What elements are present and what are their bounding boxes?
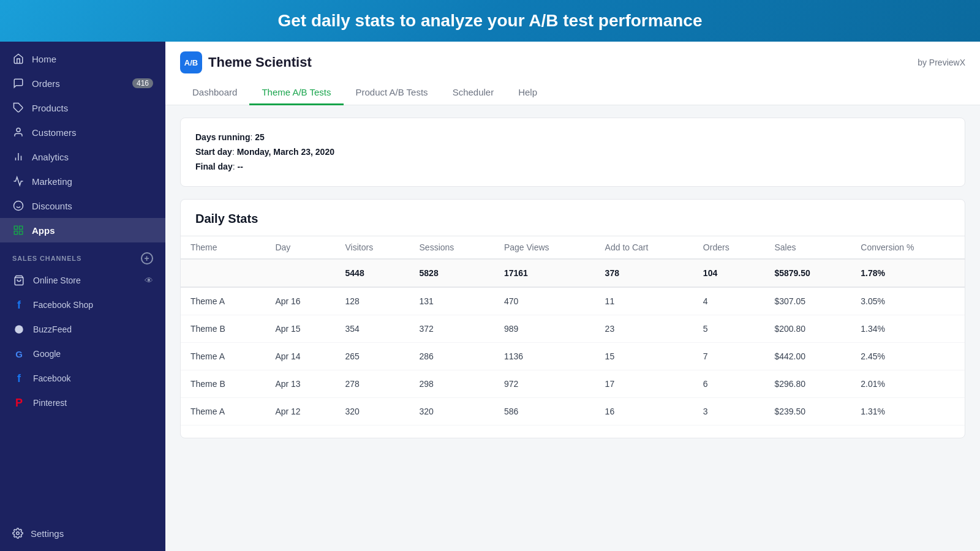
- channel-label-pinterest: Pinterest: [33, 398, 67, 408]
- sidebar-channel-facebook-shop[interactable]: f Facebook Shop: [0, 293, 165, 317]
- table-row: Theme B Apr 15 354 372 989 23 5 $200.80 …: [181, 315, 965, 343]
- days-running: Days running: 25: [195, 130, 950, 145]
- buzzfeed-icon: [12, 323, 26, 336]
- svg-rect-9: [20, 226, 23, 229]
- col-day: Day: [265, 236, 335, 260]
- tab-scheduler[interactable]: Scheduler: [440, 81, 507, 105]
- sidebar-item-apps[interactable]: Apps: [0, 218, 165, 242]
- marketing-icon: [12, 175, 24, 187]
- svg-point-1: [17, 128, 20, 132]
- app-title: Theme Scientist: [208, 54, 312, 70]
- analytics-icon: [12, 151, 24, 163]
- discounts-icon: [12, 200, 24, 212]
- eye-icon[interactable]: 👁: [145, 276, 153, 285]
- tab-dashboard[interactable]: Dashboard: [180, 81, 249, 105]
- totals-row: 5448 5828 17161 378 104 $5879.50 1.78%: [181, 259, 965, 287]
- add-channel-button[interactable]: +: [141, 252, 153, 264]
- google-icon: G: [12, 347, 26, 361]
- app-logo: A/B: [180, 51, 202, 73]
- products-icon: [12, 102, 24, 114]
- sidebar-label-discounts: Discounts: [32, 201, 72, 211]
- facebook-icon: f: [12, 372, 26, 385]
- sidebar-label-marketing: Marketing: [32, 176, 72, 187]
- content-area: A/B Theme Scientist by PreviewX Dashboar…: [165, 42, 980, 551]
- sidebar-label-customers: Customers: [32, 127, 77, 138]
- test-info-card: Days running: 25 Start day: Monday, Marc…: [180, 118, 965, 187]
- col-sessions: Sessions: [410, 236, 494, 260]
- stats-table: Theme Day Visitors Sessions Page Views A…: [181, 236, 965, 425]
- sidebar-channel-pinterest[interactable]: P Pinterest: [0, 391, 165, 415]
- sidebar-label-products: Products: [32, 103, 68, 113]
- total-sales: $5879.50: [764, 259, 851, 287]
- final-day: Final day: --: [195, 160, 950, 174]
- app-header-top: A/B Theme Scientist by PreviewX: [180, 51, 965, 73]
- channel-label-facebook-shop: Facebook Shop: [33, 300, 93, 310]
- sidebar-item-discounts[interactable]: Discounts: [0, 193, 165, 218]
- channel-label-online-store: Online Store: [33, 276, 81, 285]
- sidebar-label-home: Home: [32, 54, 56, 64]
- sidebar-item-marketing[interactable]: Marketing: [0, 169, 165, 193]
- table-row: Theme A Apr 14 265 286 1136 15 7 $442.00…: [181, 343, 965, 370]
- pinterest-icon: P: [12, 396, 26, 410]
- daily-stats-title: Daily Stats: [181, 212, 965, 236]
- col-sales: Sales: [764, 236, 851, 260]
- tab-product-ab[interactable]: Product A/B Tests: [344, 81, 440, 105]
- sidebar-channel-google[interactable]: G Google: [0, 342, 165, 366]
- svg-rect-8: [14, 226, 17, 229]
- channel-label-buzzfeed: BuzzFeed: [33, 324, 72, 334]
- sidebar-item-products[interactable]: Products: [0, 96, 165, 120]
- sidebar-channel-facebook[interactable]: f Facebook: [0, 366, 165, 391]
- sidebar-item-customers[interactable]: Customers: [0, 120, 165, 144]
- online-store-icon: [12, 274, 26, 287]
- total-add-to-cart: 378: [595, 259, 693, 287]
- home-icon: [12, 53, 24, 65]
- col-add-to-cart: Add to Cart: [595, 236, 693, 260]
- sales-channels-label: SALES CHANNELS +: [0, 242, 165, 268]
- col-conversion: Conversion %: [851, 236, 965, 260]
- settings-item[interactable]: Settings: [0, 520, 165, 546]
- channel-label-facebook: Facebook: [33, 373, 70, 383]
- sidebar-channel-online-store[interactable]: Online Store 👁: [0, 268, 165, 293]
- svg-rect-11: [14, 231, 17, 234]
- table-row: Theme A Apr 16 128 131 470 11 4 $307.05 …: [181, 287, 965, 315]
- banner-text: Get daily stats to analyze your A/B test…: [278, 11, 703, 30]
- sidebar-item-home[interactable]: Home: [0, 47, 165, 71]
- total-page-views: 17161: [494, 259, 595, 287]
- sidebar-label-analytics: Analytics: [32, 152, 69, 162]
- app-header: A/B Theme Scientist by PreviewX Dashboar…: [165, 42, 980, 105]
- sidebar-label-orders: Orders: [32, 78, 60, 89]
- col-theme: Theme: [181, 236, 265, 260]
- svg-rect-10: [20, 231, 23, 234]
- app-tabs: Dashboard Theme A/B Tests Product A/B Te…: [180, 81, 965, 105]
- orders-badge: 416: [132, 78, 153, 88]
- settings-label: Settings: [31, 528, 64, 539]
- customers-icon: [12, 126, 24, 138]
- start-day: Start day: Monday, March 23, 2020: [195, 145, 950, 160]
- total-visitors: 5448: [336, 259, 410, 287]
- sidebar-item-analytics[interactable]: Analytics: [0, 144, 165, 169]
- svg-point-5: [14, 201, 23, 211]
- sidebar-label-apps: Apps: [32, 225, 55, 236]
- svg-point-14: [17, 532, 20, 535]
- main-content: Days running: 25 Start day: Monday, Marc…: [165, 105, 980, 551]
- top-banner: Get daily stats to analyze your A/B test…: [0, 0, 980, 42]
- sidebar-channel-buzzfeed[interactable]: BuzzFeed: [0, 317, 165, 342]
- facebook-shop-icon: f: [12, 298, 26, 312]
- apps-icon: [12, 224, 24, 236]
- col-page-views: Page Views: [494, 236, 595, 260]
- total-orders: 104: [693, 259, 765, 287]
- col-orders: Orders: [693, 236, 765, 260]
- app-by: by PreviewX: [918, 58, 965, 67]
- sidebar-item-orders[interactable]: Orders 416: [0, 71, 165, 96]
- svg-point-13: [15, 325, 23, 334]
- channel-label-google: Google: [33, 349, 61, 359]
- total-conversion: 1.78%: [851, 259, 965, 287]
- table-row: Theme A Apr 12 320 320 586 16 3 $239.50 …: [181, 398, 965, 425]
- daily-stats-card: Daily Stats Theme Day Visitors Sessions …: [180, 199, 965, 438]
- orders-icon: [12, 77, 24, 89]
- col-visitors: Visitors: [336, 236, 410, 260]
- tab-theme-ab[interactable]: Theme A/B Tests: [249, 81, 343, 105]
- total-sessions: 5828: [410, 259, 494, 287]
- tab-help[interactable]: Help: [506, 81, 549, 105]
- table-row: Theme B Apr 13 278 298 972 17 6 $296.80 …: [181, 370, 965, 398]
